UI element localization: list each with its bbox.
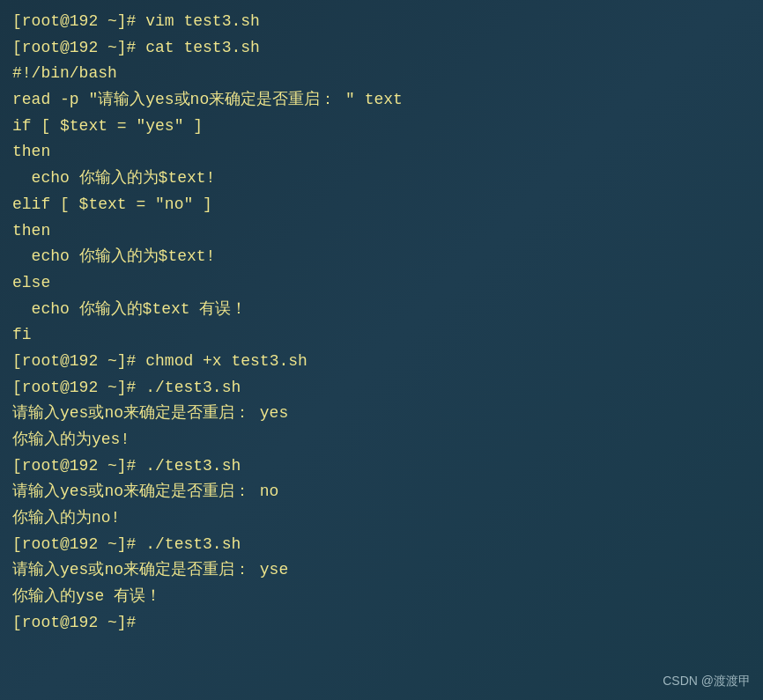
terminal-line: echo 你输入的为$text! (12, 244, 751, 270)
terminal-line: then (12, 139, 751, 166)
terminal-line: [root@192 ~]# vim test3.sh (12, 9, 751, 35)
terminal-line: 你输入的为yes! (12, 427, 751, 453)
terminal-line: #!/bin/bash (12, 61, 751, 87)
watermark: CSDN @渡渡甲 (663, 674, 751, 689)
terminal-line: 请输入yes或no来确定是否重启： yes (12, 401, 751, 427)
terminal-line: 请输入yes或no来确定是否重启： yse (12, 557, 751, 584)
terminal-line: [root@192 ~]# ./test3.sh (12, 532, 751, 558)
terminal-line: [root@192 ~]# chmod +x test3.sh (12, 349, 751, 375)
terminal-window: [root@192 ~]# vim test3.sh[root@192 ~]# … (0, 0, 763, 700)
terminal-line: [root@192 ~]# cat test3.sh (12, 35, 751, 62)
terminal-line: read -p "请输入yes或no来确定是否重启： " text (12, 87, 751, 114)
terminal-line: echo 你输入的$text 有误！ (12, 297, 751, 323)
terminal-line: else (12, 270, 751, 297)
terminal-line: echo 你输入的为$text! (12, 166, 751, 192)
terminal-line: if [ $text = "yes" ] (12, 114, 751, 140)
terminal-line: fi (12, 322, 751, 349)
terminal-line: [root@192 ~]# ./test3.sh (12, 453, 751, 480)
terminal-line: [root@192 ~]# (12, 610, 751, 637)
terminal-line: 你输入的为no! (12, 505, 751, 532)
terminal-line: 请输入yes或no来确定是否重启： no (12, 479, 751, 505)
terminal-line: [root@192 ~]# ./test3.sh (12, 375, 751, 402)
terminal-line: 你输入的yse 有误！ (12, 584, 751, 610)
terminal-line: then (12, 218, 751, 245)
terminal-line: elif [ $text = "no" ] (12, 192, 751, 218)
